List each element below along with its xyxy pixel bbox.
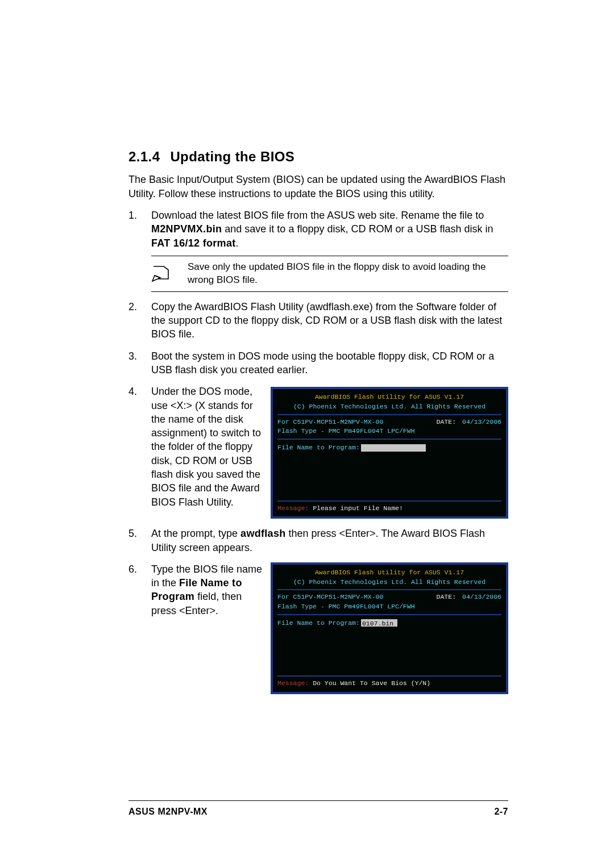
step-text: Download the latest BIOS file from the A…: [151, 210, 484, 221]
bios-msg-label: Message:: [277, 679, 309, 687]
step-1: Download the latest BIOS file from the A…: [128, 208, 508, 292]
section-number: 2.1.4: [128, 149, 160, 164]
note-text: Save only the updated BIOS file in the f…: [188, 261, 508, 287]
bios-filename-input[interactable]: 0107.bin: [361, 619, 397, 627]
bios-title: AwardBIOS Flash Utility for ASUS V1.17: [277, 393, 501, 402]
bios-copyright: (C) Phoenix Technologies Ltd. All Rights…: [277, 402, 501, 415]
bios-msg-label: Message:: [277, 504, 309, 512]
step-5: At the prompt, type awdflash then press …: [128, 527, 508, 554]
awdflash-cmd: awdflash: [240, 528, 285, 539]
bios-date: 04/13/2006: [462, 593, 501, 600]
step-text: At the prompt, type: [151, 528, 240, 539]
bios-field-label: File Name to Program:: [277, 443, 360, 453]
intro-paragraph: The Basic Input/Output System (BIOS) can…: [128, 173, 508, 201]
bios-for: For C51PV-MCP51-M2NPV-MX-00: [277, 592, 383, 602]
bios-msg-text: Please input File Name!: [313, 504, 403, 512]
footer-left: ASUS M2NPV-MX: [128, 806, 208, 818]
step-text: and save it to a floppy disk, CD ROM or …: [222, 223, 493, 235]
footer-right: 2-7: [494, 806, 508, 818]
bios-flash-type: Flash Type - PMC Pm49FL004T LPC/FWH: [277, 602, 501, 615]
step-text: Under the DOS mode, use <X:> (X stands f…: [151, 385, 265, 509]
bios-for: For C51PV-MCP51-M2NPV-MX-00: [277, 418, 383, 427]
step-text: .: [236, 237, 239, 249]
step-text: Copy the AwardBIOS Flash Utility (awdfla…: [151, 301, 502, 340]
bios-date-label: DATE:: [437, 593, 457, 600]
bios-date-label: DATE:: [437, 418, 457, 425]
bios-title: AwardBIOS Flash Utility for ASUS V1.17: [277, 568, 501, 578]
section-heading: 2.1.4Updating the BIOS: [128, 148, 508, 166]
bios-filename-input[interactable]: [361, 444, 426, 452]
bios-msg-text: Do You Want To Save Bios (Y/N): [313, 679, 430, 687]
bios-copyright: (C) Phoenix Technologies Ltd. All Rights…: [277, 578, 501, 591]
bios-screenshot-2: AwardBIOS Flash Utility for ASUS V1.17 (…: [271, 562, 508, 694]
bios-field-label: File Name to Program:: [277, 619, 360, 628]
step-4: Under the DOS mode, use <X:> (X stands f…: [128, 385, 508, 519]
note-icon: [151, 264, 174, 283]
step-6: Type the BIOS file name in the File Name…: [128, 562, 508, 694]
step-text: Boot the system in DOS mode using the bo…: [151, 350, 494, 375]
bios-flash-type: Flash Type - PMC Pm49FL004T LPC/FWH: [277, 427, 501, 440]
bios-screenshot-1: AwardBIOS Flash Utility for ASUS V1.17 (…: [271, 387, 508, 519]
step-3: Boot the system in DOS mode using the bo…: [128, 349, 508, 377]
bios-date: 04/13/2006: [462, 418, 501, 425]
fat-format: FAT 16/12 format: [151, 237, 236, 249]
step-2: Copy the AwardBIOS Flash Utility (awdfla…: [128, 300, 508, 341]
page-footer: ASUS M2NPV-MX 2-7: [128, 800, 508, 818]
section-title: Updating the BIOS: [170, 149, 294, 164]
note-box: Save only the updated BIOS file in the f…: [151, 256, 508, 292]
bios-filename: M2NPVMX.bin: [151, 223, 222, 235]
